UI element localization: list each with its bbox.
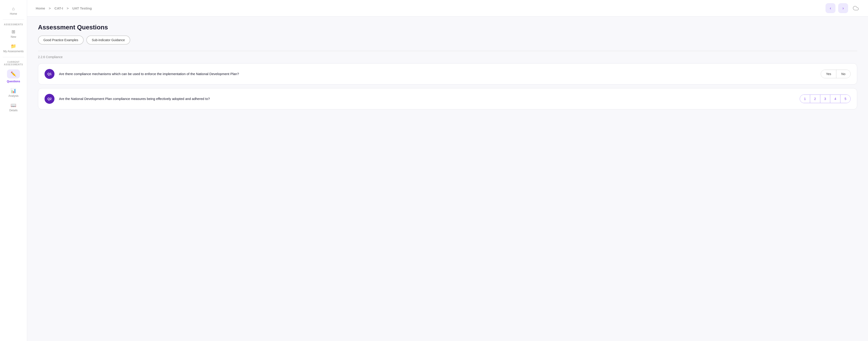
question-left-2: Q2 Are the National Development Plan com… [44,94,794,104]
home-icon: ⌂ [12,6,15,11]
new-icon: ⊞ [11,29,16,34]
breadcrumb-sep2: > [67,6,70,10]
cloud-button[interactable] [851,3,861,13]
questions-active-bg: ✏️ [7,69,20,79]
breadcrumb-sep1: > [49,6,52,10]
main-area: Home > CAT-I > UAT Testing ‹ › Assessmen… [27,0,868,341]
cloud-icon [853,5,859,11]
sidebar-divider-2 [3,57,24,57]
q2-scale-1[interactable]: 1 [800,95,810,103]
prev-button[interactable]: ‹ [826,3,835,13]
sidebar-item-my-assessments[interactable]: 📁 My Assessments [0,41,27,56]
q2-scale-4[interactable]: 4 [830,95,840,103]
sidebar: ⌂ Home ASSESSMENTS ⊞ New 📁 My Assessment… [0,0,27,341]
q1-text: Are there compliance mechanisms which ca… [59,71,239,76]
sidebar-analysis-label: Analysis [8,94,19,97]
good-practice-button[interactable]: Good Practice Examples [38,35,84,44]
breadcrumb-page: UAT Testing [72,6,92,10]
section-divider [38,51,857,51]
sub-indicator-button[interactable]: Sub-indicator Guidance [86,35,130,44]
action-buttons: Good Practice Examples Sub-indicator Gui… [38,35,857,44]
sidebar-item-details[interactable]: 📖 Details [0,100,27,115]
details-icon: 📖 [11,103,16,107]
current-assessments-section-label: CURRENT ASSESSMENTS [0,59,27,67]
question-card-2: Q2 Are the National Development Plan com… [38,88,857,110]
assessments-section-label: ASSESSMENTS [0,21,27,27]
sidebar-item-questions[interactable]: ✏️ Questions [0,67,27,86]
question-left-1: Q1 Are there compliance mechanisms which… [44,69,815,79]
sidebar-item-new[interactable]: ⊞ New [0,27,27,41]
breadcrumb-home: Home [36,6,45,10]
questions-icon: ✏️ [11,71,16,76]
topbar-actions: ‹ › [826,3,861,13]
q1-yes-button[interactable]: Yes [821,70,836,78]
sidebar-details-label: Details [9,109,18,112]
section-label: 2.2.6 Compliance [38,55,857,59]
page-title: Assessment Questions [38,24,857,31]
sidebar-new-label: New [11,35,16,38]
q2-badge: Q2 [44,94,55,104]
q2-scale-3[interactable]: 3 [820,95,831,103]
content-area: Assessment Questions Good Practice Examp… [27,17,868,341]
q2-scale-group: 1 2 3 4 5 [800,95,850,103]
sidebar-item-home[interactable]: ⌂ Home [0,4,27,18]
q2-scale-2[interactable]: 2 [810,95,820,103]
q1-yes-no-group: Yes No [821,70,850,78]
breadcrumb-cat: CAT-I [55,6,63,10]
q1-badge: Q1 [44,69,55,79]
topbar: Home > CAT-I > UAT Testing ‹ › [27,0,868,17]
q2-text: Are the National Development Plan compli… [59,96,210,101]
question-card-1: Q1 Are there compliance mechanisms which… [38,63,857,85]
q1-no-button[interactable]: No [836,70,850,78]
folder-icon: 📁 [11,44,16,49]
sidebar-my-assessments-label: My Assessments [3,50,24,53]
q2-scale-5[interactable]: 5 [840,95,850,103]
next-button[interactable]: › [838,3,848,13]
sidebar-item-analysis[interactable]: 📊 Analysis [0,86,27,100]
analysis-icon: 📊 [11,88,16,93]
sidebar-questions-label: Questions [7,80,20,83]
breadcrumb: Home > CAT-I > UAT Testing [34,6,93,10]
sidebar-home-label: Home [10,12,17,16]
